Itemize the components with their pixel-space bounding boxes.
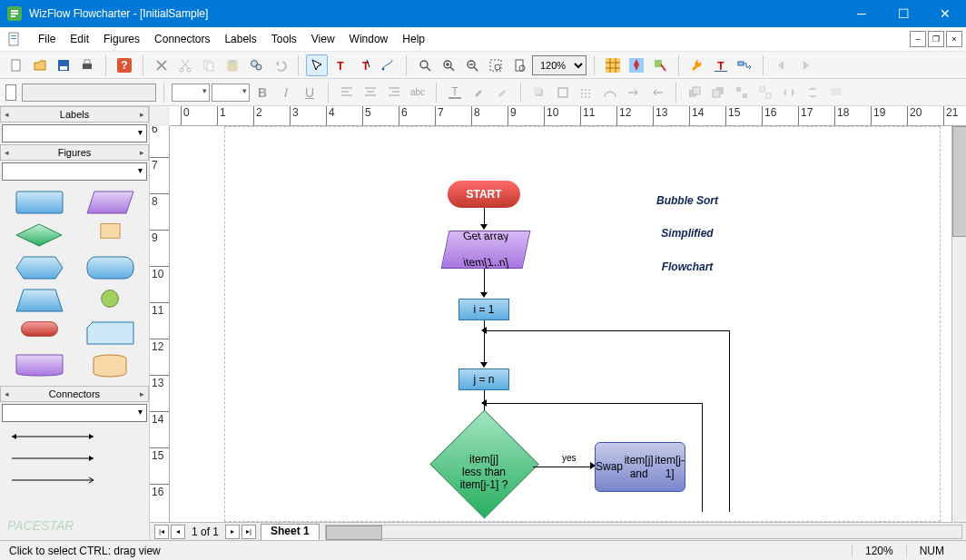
find-button[interactable] bbox=[245, 54, 267, 76]
shadow-button[interactable] bbox=[528, 82, 550, 103]
node-start[interactable]: START bbox=[448, 181, 520, 208]
connector-both-arrows[interactable] bbox=[7, 431, 98, 442]
save-button[interactable] bbox=[53, 54, 74, 76]
line-style-button[interactable] bbox=[576, 82, 597, 103]
flip-v-button[interactable] bbox=[802, 82, 823, 103]
ungroup-button[interactable] bbox=[754, 82, 776, 103]
shape-pill[interactable] bbox=[15, 320, 64, 340]
menu-view[interactable]: View bbox=[304, 27, 342, 51]
note-button[interactable] bbox=[825, 82, 847, 103]
node-getarray[interactable]: Get arrayitem[1..n] bbox=[441, 231, 531, 269]
zoom-page-button[interactable] bbox=[508, 54, 530, 76]
shape-cylinder[interactable] bbox=[85, 353, 135, 378]
figures-palette-header[interactable]: Figures bbox=[0, 144, 149, 161]
connector-tool-button[interactable] bbox=[377, 54, 399, 76]
minimize-button[interactable]: ─ bbox=[841, 0, 882, 27]
zoom-out-button[interactable] bbox=[461, 54, 483, 76]
shape-circle[interactable] bbox=[85, 288, 135, 309]
group-button[interactable] bbox=[731, 82, 753, 103]
menu-connectors[interactable]: Connectors bbox=[147, 27, 217, 51]
prev-button[interactable] bbox=[771, 54, 793, 76]
text-color-button[interactable] bbox=[212, 84, 250, 102]
vertical-scrollbar[interactable] bbox=[951, 126, 966, 522]
text-cursor-button[interactable]: T bbox=[353, 54, 375, 76]
connectors-select[interactable] bbox=[2, 404, 147, 422]
help-button[interactable]: ? bbox=[113, 54, 135, 76]
sheet-first-button[interactable]: |◂ bbox=[154, 525, 169, 539]
delete-button[interactable] bbox=[151, 54, 172, 76]
grid-button[interactable] bbox=[602, 54, 624, 76]
shape-parallelogram[interactable] bbox=[85, 190, 135, 215]
arrow-start-button[interactable] bbox=[623, 82, 645, 103]
back-button[interactable] bbox=[707, 82, 729, 103]
menu-help[interactable]: Help bbox=[395, 27, 432, 51]
zoom-tool-button[interactable] bbox=[414, 54, 436, 76]
labels-select[interactable] bbox=[2, 124, 147, 142]
sheet-tab[interactable]: Sheet 1 bbox=[261, 524, 320, 540]
select-tool-button[interactable] bbox=[306, 54, 328, 76]
align-right-button[interactable] bbox=[383, 82, 405, 103]
close-button[interactable]: ✕ bbox=[924, 0, 966, 27]
node-swap[interactable]: Swapitem[j] anditem[j-1] bbox=[595, 442, 685, 492]
shape-hexagon[interactable] bbox=[15, 255, 64, 280]
italic-button[interactable]: I bbox=[275, 82, 297, 103]
canvas[interactable]: Bubble Sort Simplified Flowchart START G… bbox=[170, 126, 951, 522]
shape-box[interactable] bbox=[85, 222, 135, 242]
front-button[interactable] bbox=[684, 82, 705, 103]
shape-display[interactable] bbox=[15, 353, 64, 378]
shape-card[interactable] bbox=[85, 320, 135, 346]
shape-trapezoid[interactable] bbox=[15, 288, 64, 313]
sheet-prev-button[interactable]: ◂ bbox=[171, 525, 185, 539]
print-button[interactable] bbox=[76, 54, 98, 76]
node-decision[interactable]: item[j]less thanitem[j-1] ? bbox=[429, 427, 538, 500]
border-button[interactable] bbox=[552, 82, 574, 103]
next-button[interactable] bbox=[794, 54, 816, 76]
paste-button[interactable] bbox=[222, 54, 243, 76]
style-select[interactable] bbox=[22, 84, 156, 102]
text-tool-button[interactable]: T bbox=[330, 54, 351, 76]
snap-grid-button[interactable] bbox=[626, 54, 647, 76]
zoom-in-button[interactable] bbox=[438, 54, 459, 76]
node-init-i[interactable]: i = 1 bbox=[458, 299, 509, 320]
flow-button[interactable] bbox=[734, 54, 755, 76]
connectors-palette-header[interactable]: Connectors bbox=[0, 386, 149, 402]
abc-button[interactable]: abc bbox=[407, 82, 429, 103]
menu-file[interactable]: File bbox=[31, 27, 63, 51]
menu-labels[interactable]: Labels bbox=[217, 27, 263, 51]
underline-button[interactable]: U bbox=[299, 82, 320, 103]
open-button[interactable] bbox=[29, 54, 51, 76]
zoom-select[interactable]: 120% bbox=[532, 55, 586, 75]
shape-rect[interactable] bbox=[15, 190, 64, 215]
sheet-last-button[interactable]: ▸| bbox=[242, 525, 256, 539]
brush-button[interactable] bbox=[491, 82, 513, 103]
bold-button[interactable]: B bbox=[251, 82, 273, 103]
menu-window[interactable]: Window bbox=[342, 27, 396, 51]
node-init-j[interactable]: j = n bbox=[458, 368, 509, 390]
new-button[interactable] bbox=[5, 54, 27, 76]
connector-open-arrow[interactable] bbox=[7, 475, 98, 486]
wrench-button[interactable] bbox=[686, 54, 708, 76]
nav-left-button[interactable] bbox=[5, 84, 16, 101]
sheet-next-button[interactable]: ▸ bbox=[225, 525, 240, 539]
undo-button[interactable] bbox=[269, 54, 291, 76]
horizontal-scrollbar[interactable] bbox=[325, 525, 962, 539]
menu-tools[interactable]: Tools bbox=[264, 27, 304, 51]
text-style-button[interactable]: T bbox=[710, 54, 732, 76]
curve-button[interactable] bbox=[599, 82, 621, 103]
align-left-button[interactable] bbox=[336, 82, 358, 103]
mdi-restore-button[interactable]: ❐ bbox=[928, 31, 944, 47]
shape-roundrect[interactable] bbox=[85, 255, 135, 280]
menu-figures[interactable]: Figures bbox=[96, 27, 147, 51]
labels-palette-header[interactable]: Labels bbox=[0, 106, 149, 123]
menu-edit[interactable]: Edit bbox=[63, 27, 96, 51]
arrow-end-button[interactable] bbox=[646, 82, 668, 103]
maximize-button[interactable]: ☐ bbox=[882, 0, 924, 27]
cut-button[interactable] bbox=[174, 54, 196, 76]
copy-button[interactable] bbox=[198, 54, 220, 76]
font-color-button[interactable]: T bbox=[444, 82, 466, 103]
fill-color-button[interactable] bbox=[172, 84, 210, 102]
highlight-button[interactable] bbox=[468, 82, 489, 103]
snap-object-button[interactable] bbox=[649, 54, 671, 76]
zoom-rect-button[interactable] bbox=[485, 54, 507, 76]
connector-end-arrow[interactable] bbox=[7, 453, 98, 464]
